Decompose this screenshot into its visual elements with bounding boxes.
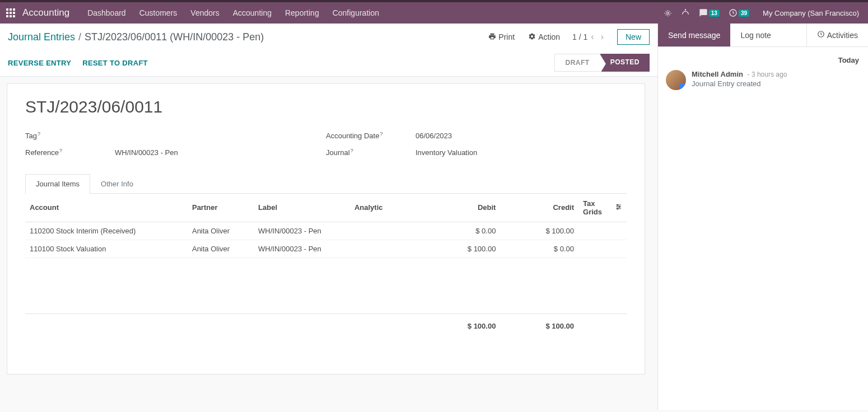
total-debit: $ 100.00 [428,313,501,338]
settings-icon[interactable] [615,203,622,210]
reverse-entry-button[interactable]: REVERSE ENTRY [8,59,71,67]
reference-value[interactable]: WH/IN/00023 - Pen [115,148,178,157]
chatter-tabs: Send message Log note Activities [658,24,868,47]
help-icon[interactable]: ? [380,131,382,137]
record-title: STJ/2023/06/0011 [25,97,627,116]
statusbar: DRAFT POSTED [554,54,650,72]
print-button[interactable]: Print [484,30,519,44]
col-label[interactable]: Label [254,194,350,222]
cell-debit[interactable]: $ 100.00 [428,240,501,258]
cell-analytic[interactable] [350,222,428,240]
gear-icon [528,32,536,42]
journal-label: Journal? [326,148,416,157]
help-icon[interactable]: ? [59,148,62,153]
nav-vendors[interactable]: Vendors [184,8,226,17]
apps-menu-icon[interactable] [4,7,17,19]
svg-point-8 [617,208,618,209]
nav-configuration[interactable]: Configuration [326,8,386,17]
cell-credit[interactable]: $ 100.00 [500,222,578,240]
cell-debit[interactable]: $ 0.00 [428,222,501,240]
help-icon[interactable]: ? [38,131,40,137]
action-button[interactable]: Action [524,30,564,44]
table-bottom-spacer [25,338,627,360]
journal-items-table: Account Partner Label Analytic Debit Cre… [25,194,627,360]
breadcrumb-root[interactable]: Journal Entries [8,31,75,43]
table-row[interactable]: 110100 Stock Valuation Anita Oliver WH/I… [25,240,627,258]
pager-next-icon[interactable]: › [598,31,607,43]
col-account[interactable]: Account [25,194,188,222]
app-name[interactable]: Accounting [22,7,69,18]
nav-reporting[interactable]: Reporting [278,8,326,17]
print-label: Print [498,32,515,41]
log-note-button[interactable]: Log note [730,24,781,46]
control-panel: Journal Entries / STJ/2023/06/0011 (WH/I… [0,24,657,77]
chatter-message: Mitchell Admin - 3 hours ago Journal Ent… [666,70,860,90]
col-debit[interactable]: Debit [428,194,501,222]
total-credit: $ 100.00 [500,313,578,338]
activities-badge: 39 [739,10,749,17]
cell-account[interactable]: 110200 Stock Interim (Received) [25,222,188,240]
activities-label: Activities [827,31,858,40]
cell-label[interactable]: WH/IN/00023 - Pen [254,240,350,258]
print-icon [488,32,496,42]
breadcrumb-current: STJ/2023/06/0011 (WH/IN/00023 - Pen) [85,31,264,43]
svg-point-7 [619,206,620,207]
pager: 1 / 1 ‹ › [572,31,607,43]
breadcrumb: Journal Entries / STJ/2023/06/0011 (WH/I… [8,31,264,43]
clock-icon [817,30,825,40]
debug-icon[interactable] [659,9,676,17]
accounting-date-value[interactable]: 06/06/2023 [416,132,452,140]
help-icon[interactable]: ? [351,148,353,153]
cell-credit[interactable]: $ 0.00 [500,240,578,258]
tab-journal-items[interactable]: Journal Items [25,174,90,194]
tag-label: Tag? [25,131,115,140]
svg-point-6 [617,204,618,205]
nav-dashboard[interactable]: Dashboard [81,8,133,17]
topbar: Accounting Dashboard Customers Vendors A… [0,0,868,24]
activities-button[interactable]: Activities [806,24,868,46]
col-analytic[interactable]: Analytic [350,194,428,222]
tabs: Journal Items Other Info [25,174,627,194]
accounting-date-label: Accounting Date? [326,131,416,140]
message-time: - 3 hours ago [748,71,787,78]
status-posted: POSTED [600,54,650,72]
status-draft[interactable]: DRAFT [554,54,600,72]
svg-point-1 [685,10,685,10]
cell-partner[interactable]: Anita Oliver [188,222,254,240]
new-button[interactable]: New [617,29,650,45]
cell-account[interactable]: 110100 Stock Valuation [25,240,188,258]
reference-label: Reference? [25,148,115,157]
nav-accounting[interactable]: Accounting [226,8,278,17]
breadcrumb-separator: / [78,31,81,43]
send-message-button[interactable]: Send message [658,24,730,46]
nav-customers[interactable]: Customers [133,8,184,17]
company-selector[interactable]: My Company (San Francisco) [758,9,864,17]
cell-tax-grids[interactable] [578,222,610,240]
activities-icon[interactable]: 39 [724,8,754,17]
support-icon[interactable] [676,8,694,17]
chatter-date-divider: Today [667,56,859,64]
chatter-panel: Send message Log note Activities Today M… [657,24,868,410]
cell-analytic[interactable] [350,240,428,258]
col-partner[interactable]: Partner [188,194,254,222]
messages-badge: 13 [709,10,720,17]
tab-other-info[interactable]: Other Info [90,174,144,193]
col-tax-grids[interactable]: Tax Grids [578,194,610,222]
message-author[interactable]: Mitchell Admin [692,70,743,78]
table-totals: $ 100.00 $ 100.00 [25,313,627,338]
cell-tax-grids[interactable] [578,240,610,258]
messages-icon[interactable]: 13 [694,8,724,17]
cell-label[interactable]: WH/IN/00023 - Pen [254,222,350,240]
reset-to-draft-button[interactable]: RESET TO DRAFT [82,59,148,67]
pager-prev-icon[interactable]: ‹ [587,31,597,43]
journal-value[interactable]: Inventory Valuation [416,148,477,157]
col-settings[interactable] [610,194,627,222]
cell-partner[interactable]: Anita Oliver [188,240,254,258]
pager-value[interactable]: 1 / 1 [572,32,587,41]
message-body: Journal Entry created [692,79,787,88]
avatar[interactable] [666,70,686,90]
table-empty-space [25,258,627,313]
col-credit[interactable]: Credit [500,194,578,222]
table-row[interactable]: 110200 Stock Interim (Received) Anita Ol… [25,222,627,240]
svg-point-0 [666,12,669,14]
